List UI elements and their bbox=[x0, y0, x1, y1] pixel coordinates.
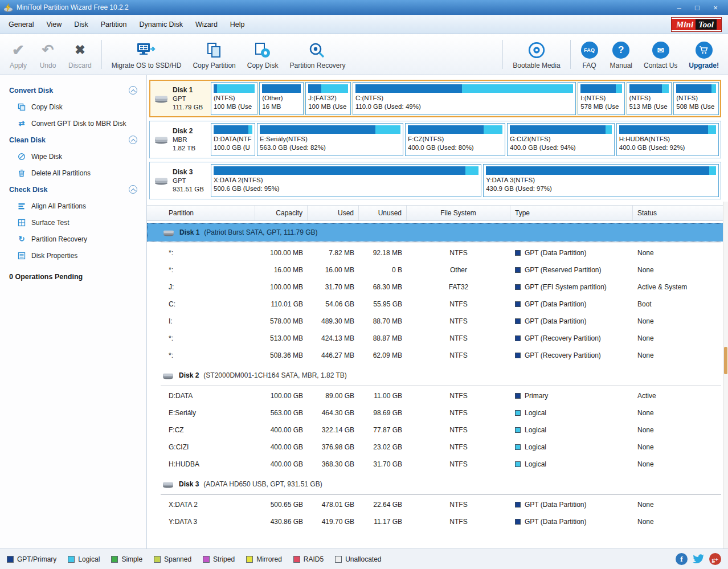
column-header-type[interactable]: Type bbox=[510, 206, 633, 220]
disk-map-head-3[interactable]: Disk 3 GPT 931.51 GB bbox=[152, 164, 208, 197]
disk-map-row-2[interactable]: Disk 2 MBR 1.82 TB D:DATA(NTF 100.0 GB (… bbox=[149, 121, 721, 158]
partition-row[interactable]: F:CZ 400.00 GB 322.14 GB 77.87 GB NTFS L… bbox=[147, 421, 728, 439]
disk-group-row-3[interactable]: Disk 3 (ADATA HD650 USB, GPT, 931.51 GB) bbox=[147, 475, 728, 493]
partition-row[interactable]: *: 508.36 MB 446.27 MB 62.09 MB NTFS GPT… bbox=[147, 347, 728, 364]
partition-row[interactable]: X:DATA 2 500.65 GB 478.01 GB 22.64 GB NT… bbox=[147, 496, 728, 513]
cell-unused: 0 B bbox=[359, 261, 407, 279]
section-convert-disk[interactable]: Convert Disk bbox=[0, 82, 146, 99]
partition-block[interactable]: D:DATA(NTF 100.0 GB (U bbox=[211, 123, 255, 156]
sidebar-item-partition-recovery[interactable]: ↻ Partition Recovery bbox=[0, 231, 146, 247]
twitter-icon[interactable] bbox=[693, 554, 704, 564]
partition-block[interactable]: E:Seriály(NTFS) 563.0 GB (Used: 82%) bbox=[257, 123, 403, 156]
partition-label: Y:DATA 3(NTFS) bbox=[486, 176, 716, 185]
disk-group-row-2[interactable]: Disk 2 (ST2000DM001-1CH164 SATA, MBR, 1.… bbox=[147, 366, 728, 384]
partition-row[interactable]: *: 100.00 MB 7.82 MB 92.18 MB NTFS GPT (… bbox=[147, 244, 728, 261]
partition-row[interactable]: *: 513.00 MB 424.13 MB 88.87 MB NTFS GPT… bbox=[147, 330, 728, 347]
partition-row[interactable]: I: 578.00 MB 489.30 MB 88.70 MB NTFS GPT… bbox=[147, 313, 728, 330]
partition-block[interactable]: (NTFS) 100 MB (Use bbox=[211, 82, 257, 115]
cell-type: GPT (Recovery Partition) bbox=[510, 330, 633, 347]
menu-disk[interactable]: Disk bbox=[68, 18, 94, 31]
menu-dynamic-disk[interactable]: Dynamic Disk bbox=[133, 18, 189, 31]
menu-wizard[interactable]: Wizard bbox=[189, 18, 224, 31]
bootable-media-button[interactable]: Bootable Media bbox=[507, 34, 566, 75]
collapse-chevron-icon[interactable] bbox=[129, 136, 137, 144]
sidebar-item-copy-disk[interactable]: Copy Disk bbox=[0, 99, 146, 115]
menu-view[interactable]: View bbox=[40, 18, 68, 31]
partition-label: H:HUDBA(NTFS) bbox=[619, 135, 716, 144]
migrate-os-button[interactable]: Migrate OS to SSD/HD bbox=[106, 34, 187, 75]
collapse-chevron-icon[interactable] bbox=[129, 86, 137, 95]
maximize-button[interactable]: □ bbox=[693, 3, 702, 12]
disk-map-head-1[interactable]: Disk 1 GPT 111.79 GB bbox=[152, 82, 208, 115]
partition-block[interactable]: Y:DATA 3(NTFS) 430.9 GB (Used: 97%) bbox=[483, 164, 719, 197]
column-header-used[interactable]: Used bbox=[308, 206, 359, 220]
section-clean-disk[interactable]: Clean Disk bbox=[0, 132, 146, 148]
undo-button[interactable]: ↶ Undo bbox=[33, 34, 63, 75]
partition-row[interactable]: *: 16.00 MB 16.00 MB 0 B Other GPT (Rese… bbox=[147, 261, 728, 279]
partition-row[interactable]: J: 100.00 MB 31.70 MB 68.30 MB FAT32 GPT… bbox=[147, 279, 728, 296]
usage-bar bbox=[355, 84, 573, 93]
upgrade-button[interactable]: Upgrade! bbox=[683, 34, 725, 75]
disk-map-head-2[interactable]: Disk 2 MBR 1.82 TB bbox=[152, 123, 208, 156]
partition-block[interactable]: F:CZ(NTFS) 400.0 GB (Used: 80%) bbox=[405, 123, 505, 156]
googleplus-icon[interactable]: g+ bbox=[709, 553, 721, 565]
partition-type-icon bbox=[515, 410, 521, 416]
partition-block[interactable]: J:(FAT32) 100 MB (Use bbox=[305, 82, 351, 115]
cell-status: None bbox=[633, 513, 728, 530]
copy-partition-button[interactable]: Copy Partition bbox=[187, 34, 241, 75]
column-header-status[interactable]: Status bbox=[633, 206, 728, 220]
sidebar-item-surface-test[interactable]: Surface Test bbox=[0, 214, 146, 231]
column-header-partition[interactable]: Partition bbox=[147, 206, 255, 220]
partition-block[interactable]: G:CIZI(NTFS) 400.0 GB (Used: 94%) bbox=[507, 123, 615, 156]
discard-button[interactable]: ✖ Discard bbox=[63, 34, 97, 75]
menu-general[interactable]: General bbox=[2, 18, 40, 31]
faq-button[interactable]: FAQ FAQ bbox=[575, 34, 604, 75]
sidebar-item-align-all-partitions[interactable]: Align All Partitions bbox=[0, 198, 146, 214]
scrollbar-thumb[interactable] bbox=[724, 347, 727, 374]
partition-block[interactable]: I:(NTFS) 578 MB (Use bbox=[578, 82, 624, 115]
column-header-capacity[interactable]: Capacity bbox=[255, 206, 308, 220]
disk-map-row-1[interactable]: Disk 1 GPT 111.79 GB (NTFS) 100 MB (Use … bbox=[149, 80, 721, 117]
type-label: GPT (Data Partition) bbox=[525, 296, 586, 313]
partition-block[interactable]: C:(NTFS) 110.0 GB (Used: 49%) bbox=[353, 82, 576, 115]
column-header-file-system[interactable]: File System bbox=[407, 206, 510, 220]
sidebar-item-disk-properties[interactable]: Disk Properties bbox=[0, 247, 146, 264]
disk-map-row-3[interactable]: Disk 3 GPT 931.51 GB X:DATA 2(NTFS) 500.… bbox=[149, 162, 721, 199]
partition-row[interactable]: D:DATA 100.00 GB 89.00 GB 11.00 GB NTFS … bbox=[147, 387, 728, 404]
sidebar-item-convert-gpt-to-mbr[interactable]: ⇄ Convert GPT Disk to MBR Disk bbox=[0, 115, 146, 132]
cell-file-system: NTFS bbox=[407, 421, 510, 439]
manual-button[interactable]: ? Manual bbox=[604, 34, 638, 75]
partition-block[interactable]: (NTFS) 513 MB (Use bbox=[627, 82, 672, 115]
section-check-disk[interactable]: Check Disk bbox=[0, 181, 146, 198]
partition-row[interactable]: H:HUDBA 400.00 GB 368.30 GB 31.70 GB NTF… bbox=[147, 456, 728, 473]
partition-block[interactable]: (NTFS) 508 MB (Use bbox=[673, 82, 719, 115]
partition-block[interactable]: (Other) 16 MB bbox=[259, 82, 304, 115]
close-button[interactable]: × bbox=[711, 3, 720, 12]
cell-type: Logical bbox=[510, 404, 633, 421]
copy-disk-button[interactable]: Copy Disk bbox=[242, 34, 284, 75]
partition-block[interactable]: X:DATA 2(NTFS) 500.6 GB (Used: 95%) bbox=[211, 164, 481, 197]
sidebar-item-delete-all-partitions[interactable]: Delete All Partitions bbox=[0, 165, 146, 181]
facebook-icon[interactable]: f bbox=[676, 553, 688, 565]
cell-capacity: 400.00 GB bbox=[255, 421, 308, 439]
partition-row[interactable]: G:CIZI 400.00 GB 376.98 GB 23.02 GB NTFS… bbox=[147, 439, 728, 456]
column-header-unused[interactable]: Unused bbox=[359, 206, 407, 220]
partition-recovery-button[interactable]: Partition Recovery bbox=[284, 34, 351, 75]
menu-partition[interactable]: Partition bbox=[95, 18, 133, 31]
menu-bar: General View Disk Partition Dynamic Disk… bbox=[0, 15, 728, 34]
partition-block[interactable]: H:HUDBA(NTFS) 400.0 GB (Used: 92%) bbox=[616, 123, 719, 156]
partition-row[interactable]: C: 110.01 GB 54.06 GB 55.95 GB NTFS GPT … bbox=[147, 296, 728, 313]
contact-us-button[interactable]: ✉ Contact Us bbox=[638, 34, 683, 75]
partition-type-icon bbox=[515, 301, 521, 307]
wipe-disk-icon bbox=[17, 152, 26, 161]
disk-group-row-1[interactable]: Disk 1 (Patriot Burst SATA, GPT, 111.79 … bbox=[147, 223, 728, 241]
collapse-chevron-icon[interactable] bbox=[129, 185, 137, 194]
sidebar-item-wipe-disk[interactable]: Wipe Disk bbox=[0, 148, 146, 165]
vertical-scrollbar[interactable] bbox=[723, 202, 728, 548]
partition-row[interactable]: Y:DATA 3 430.86 GB 419.70 GB 11.17 GB NT… bbox=[147, 513, 728, 530]
copy-disk-toolbar-icon bbox=[254, 40, 271, 60]
partition-row[interactable]: E:Seriály 563.00 GB 464.30 GB 98.69 GB N… bbox=[147, 404, 728, 421]
minimize-button[interactable]: – bbox=[674, 3, 684, 12]
apply-button[interactable]: ✔ Apply bbox=[3, 34, 33, 75]
menu-help[interactable]: Help bbox=[224, 18, 251, 31]
